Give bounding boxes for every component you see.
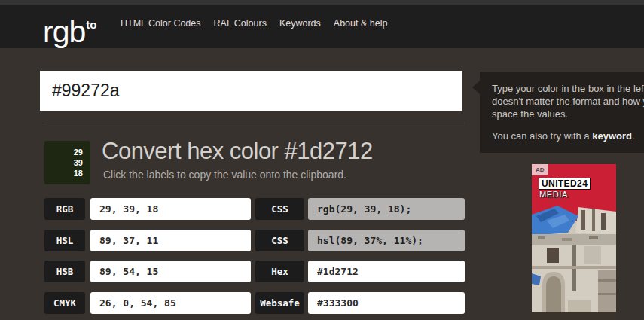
label-css-hsl[interactable]: CSS: [255, 230, 304, 251]
ad-banner[interactable]: AD UNITED24 MEDIA: [532, 164, 616, 320]
value-hsl[interactable]: [90, 230, 251, 251]
tooltip-text: Type your color in the box in the left, …: [492, 82, 644, 120]
label-cmyk[interactable]: CMYK: [44, 292, 85, 314]
keyword-link[interactable]: keyword: [592, 130, 632, 142]
tooltip: Type your color in the box in the left, …: [480, 72, 644, 153]
label-css-rgb[interactable]: CSS: [255, 198, 304, 220]
swatch-b-value: 18: [74, 168, 83, 178]
logo[interactable]: rgbto: [43, 8, 96, 49]
value-hsb[interactable]: [90, 261, 251, 282]
ad-photo-destroyed-building[interactable]: [532, 201, 616, 320]
label-hsb[interactable]: HSB: [44, 261, 85, 282]
value-cmyk[interactable]: [90, 292, 251, 314]
label-hsl[interactable]: HSL: [44, 230, 85, 251]
page: rgbto HTML Color Codes RAL Colours Keywo…: [0, 0, 644, 320]
ad-badge: AD: [532, 164, 548, 175]
value-css-rgb[interactable]: [308, 198, 465, 220]
nav-link-html-color-codes[interactable]: HTML Color Codes: [121, 18, 201, 29]
logo-text: rgb: [43, 14, 85, 49]
ad-brand-united24: UNITED24: [539, 178, 590, 189]
label-hex[interactable]: Hex: [255, 261, 304, 282]
color-swatch: 29 39 18: [44, 141, 90, 184]
label-rgb[interactable]: RGB: [44, 198, 85, 220]
label-websafe[interactable]: Websafe: [255, 292, 304, 314]
separator-line: [44, 123, 465, 123]
color-search-input[interactable]: [40, 71, 462, 111]
tooltip-keyword-line: You can also try with a keyword.: [492, 130, 644, 142]
navbar: rgbto HTML Color Codes RAL Colours Keywo…: [0, 5, 644, 48]
value-css-hsl[interactable]: [308, 230, 465, 251]
value-websafe[interactable]: [308, 292, 465, 314]
nav-link-ral-colours[interactable]: RAL Colours: [214, 18, 267, 29]
swatch-g-value: 39: [74, 157, 83, 168]
nav-links: HTML Color Codes RAL Colours Keywords Ab…: [121, 18, 387, 29]
nav-link-keywords[interactable]: Keywords: [279, 18, 321, 29]
nav-link-about-help[interactable]: About & help: [334, 18, 388, 29]
page-subtitle: Click the labels to copy the value onto …: [103, 169, 346, 181]
tooltip-arrow-left: [472, 81, 480, 94]
logo-superscript: to: [86, 18, 96, 31]
ad-brand-media: MEDIA: [539, 190, 568, 200]
value-hex[interactable]: [308, 261, 465, 282]
page-title: Convert hex color #1d2712: [102, 138, 373, 165]
value-rgb[interactable]: [90, 198, 251, 220]
swatch-r-value: 29: [74, 147, 83, 157]
